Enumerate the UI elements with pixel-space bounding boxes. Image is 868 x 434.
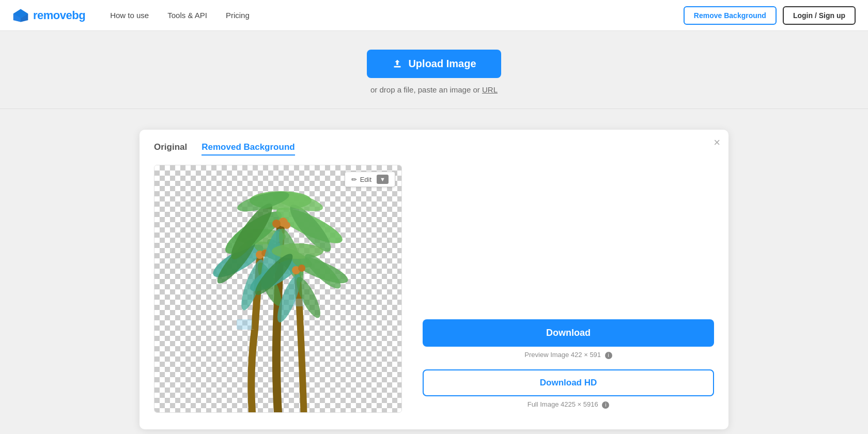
svg-point-23 bbox=[272, 220, 281, 228]
svg-rect-35 bbox=[293, 299, 304, 306]
palm-tree-image bbox=[185, 175, 371, 412]
remove-background-button[interactable]: Remove Background bbox=[684, 6, 777, 25]
main-content: × Original Removed Background bbox=[0, 109, 868, 434]
nav-how-to-use[interactable]: How to use bbox=[110, 11, 149, 20]
tab-removed-background[interactable]: Removed Background bbox=[202, 142, 295, 156]
upload-sub-text: or drop a file, paste an image or URL bbox=[0, 85, 868, 94]
upload-section: Upload Image or drop a file, paste an im… bbox=[0, 31, 868, 109]
right-panel: Download Preview Image 422 × 591 i Downl… bbox=[423, 165, 714, 413]
full-image-info: Full Image 4225 × 5916 i bbox=[423, 400, 714, 409]
svg-point-27 bbox=[272, 243, 323, 259]
login-signup-button[interactable]: Login / Sign up bbox=[783, 6, 856, 25]
header-right: Remove Background Login / Sign up bbox=[684, 6, 856, 25]
card-body: ✏ Edit ▼ Download Preview Image 422 × 59… bbox=[154, 165, 714, 413]
tabs: Original Removed Background bbox=[154, 142, 714, 156]
image-container: ✏ Edit ▼ bbox=[154, 165, 402, 413]
svg-rect-34 bbox=[237, 319, 252, 330]
main-nav: How to use Tools & API Pricing bbox=[110, 11, 250, 20]
logo-icon bbox=[12, 7, 29, 24]
upload-button-label: Upload Image bbox=[408, 58, 476, 70]
header: removebg How to use Tools & API Pricing … bbox=[0, 0, 868, 31]
logo-text: removebg bbox=[33, 9, 85, 22]
result-card: × Original Removed Background bbox=[140, 130, 729, 429]
preview-info: Preview Image 422 × 591 i bbox=[423, 351, 714, 359]
full-info-icon[interactable]: i bbox=[602, 401, 609, 409]
edit-label: Edit bbox=[360, 176, 371, 183]
edit-button[interactable]: ✏ Edit ▼ bbox=[345, 172, 395, 187]
preview-info-icon[interactable]: i bbox=[605, 352, 612, 359]
close-button[interactable]: × bbox=[714, 137, 720, 148]
pencil-icon: ✏ bbox=[351, 176, 357, 183]
download-hd-button[interactable]: Download HD bbox=[423, 369, 714, 396]
nav-tools-api[interactable]: Tools & API bbox=[167, 11, 207, 20]
svg-point-33 bbox=[298, 265, 305, 272]
svg-point-24 bbox=[283, 222, 290, 229]
logo-link[interactable]: removebg bbox=[12, 7, 85, 24]
dropdown-arrow-icon: ▼ bbox=[377, 175, 389, 184]
download-button[interactable]: Download bbox=[423, 319, 714, 347]
tab-original[interactable]: Original bbox=[154, 142, 187, 156]
upload-image-button[interactable]: Upload Image bbox=[367, 50, 501, 78]
nav-pricing[interactable]: Pricing bbox=[226, 11, 250, 20]
upload-icon bbox=[392, 58, 403, 70]
url-link[interactable]: URL bbox=[482, 85, 498, 94]
